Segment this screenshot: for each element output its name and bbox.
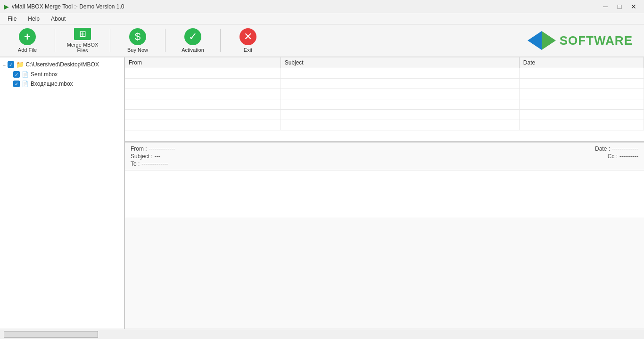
- buy-now-button[interactable]: $ Buy Now: [114, 26, 161, 55]
- logo-text-span: SOFTWARE: [560, 33, 633, 48]
- table-row[interactable]: [125, 99, 644, 110]
- child1-label: Sent.mbox: [31, 71, 58, 78]
- gem-left: [528, 31, 542, 50]
- child1-checkbox[interactable]: ✓: [13, 71, 20, 78]
- exit-label: Exit: [244, 47, 252, 53]
- child2-checkbox[interactable]: ✓: [13, 81, 20, 87]
- title-bar-controls: ─ □ ✕: [599, 1, 640, 12]
- email-meta: From : -------------- Date : -----------…: [125, 143, 644, 170]
- main-content: – ✓ 📁 C:\Users\ved\Desktop\MBOX ✓ 📄 Sent…: [0, 57, 644, 329]
- buy-label: Buy Now: [127, 47, 148, 53]
- activation-label: Activation: [182, 47, 204, 53]
- to-value: --------------: [141, 161, 168, 167]
- maximize-button[interactable]: □: [613, 1, 626, 12]
- email-list[interactable]: From Subject Date: [125, 57, 644, 142]
- col-header-date: Date: [519, 57, 644, 68]
- logo-gem: [528, 31, 556, 50]
- toolbar-separator-1: [55, 29, 55, 52]
- app-icon: ▶: [4, 3, 9, 10]
- toolbar-separator-2: [110, 29, 110, 52]
- from-label: From :: [131, 145, 147, 152]
- toolbar-separator-4: [220, 29, 221, 52]
- buy-icon: $: [129, 28, 146, 45]
- logo-area: SOFTWARE: [528, 31, 640, 50]
- toolbar: + Add File ⊞ Merge MBOX Files $ Buy Now …: [0, 24, 644, 57]
- meta-to-row: To : --------------: [131, 161, 380, 167]
- subject-label: Subject :: [131, 153, 153, 160]
- tree-root[interactable]: – ✓ 📁 C:\Users\ved\Desktop\MBOX: [0, 59, 124, 70]
- col-header-from: From: [125, 57, 281, 68]
- meta-cc-row: Cc : ----------: [389, 153, 639, 160]
- activation-button[interactable]: ✓ Activation: [169, 26, 216, 55]
- menu-file[interactable]: File: [2, 15, 22, 23]
- folder-icon: 📁: [16, 61, 24, 68]
- window-title: vMail MBOX Merge Tool :- Demo Version 1.…: [12, 3, 124, 10]
- date-value: --------------: [612, 145, 638, 152]
- menu-help[interactable]: Help: [22, 15, 45, 23]
- close-button[interactable]: ✕: [627, 1, 640, 12]
- menu-about[interactable]: About: [45, 15, 71, 23]
- meta-subject-row: Subject : ---: [131, 153, 380, 160]
- logo-text: SOFTWARE: [560, 33, 633, 48]
- email-body: [125, 170, 644, 218]
- add-file-button[interactable]: + Add File: [4, 26, 51, 55]
- meta-date-row: Date : --------------: [389, 145, 639, 152]
- table-row[interactable]: [125, 68, 644, 79]
- root-path-label: C:\Users\ved\Desktop\MBOX: [26, 61, 99, 68]
- gem-right: [542, 31, 556, 50]
- activation-icon: ✓: [184, 28, 201, 45]
- from-value: --------------: [149, 145, 175, 152]
- tree-child-1[interactable]: ✓ 📄 Sent.mbox: [0, 70, 124, 79]
- table-row[interactable]: [125, 79, 644, 89]
- left-panel: – ✓ 📁 C:\Users\ved\Desktop\MBOX ✓ 📄 Sent…: [0, 57, 125, 329]
- to-label: To :: [131, 161, 140, 167]
- tree-child-2[interactable]: ✓ 📄 Входящие.mbox: [0, 79, 124, 89]
- cc-label: Cc :: [608, 153, 618, 160]
- exit-button[interactable]: ✕ Exit: [224, 26, 272, 55]
- email-table: From Subject Date: [125, 57, 644, 130]
- table-row[interactable]: [125, 120, 644, 130]
- add-file-icon: +: [19, 28, 36, 45]
- menu-bar: File Help About: [0, 13, 644, 24]
- merge-icon: ⊞: [74, 28, 91, 40]
- file-icon-2: 📄: [22, 81, 29, 87]
- col-header-subject: Subject: [281, 57, 519, 68]
- table-row[interactable]: [125, 89, 644, 99]
- cc-value: ----------: [619, 153, 638, 160]
- expand-icon[interactable]: –: [3, 62, 6, 67]
- exit-icon: ✕: [239, 28, 256, 45]
- title-bar: ▶ vMail MBOX Merge Tool :- Demo Version …: [0, 0, 644, 13]
- subject-value: ---: [155, 153, 160, 160]
- file-icon-1: 📄: [22, 71, 29, 78]
- date-label: Date :: [595, 145, 610, 152]
- merge-label: Merge MBOX Files: [61, 42, 104, 53]
- minimize-button[interactable]: ─: [599, 1, 612, 12]
- toolbar-separator-3: [165, 29, 165, 52]
- root-checkbox[interactable]: ✓: [8, 61, 14, 68]
- email-preview: From : -------------- Date : -----------…: [125, 142, 644, 329]
- merge-mbox-button[interactable]: ⊞ Merge MBOX Files: [59, 26, 106, 55]
- add-file-label: Add File: [18, 47, 37, 53]
- status-bar: [0, 329, 644, 339]
- child2-label: Входящие.mbox: [31, 81, 73, 87]
- right-panel: From Subject Date From: [125, 57, 644, 329]
- status-progress-bar: [4, 331, 98, 338]
- meta-from-row: From : --------------: [131, 145, 380, 152]
- title-bar-left: ▶ vMail MBOX Merge Tool :- Demo Version …: [4, 3, 124, 10]
- table-row[interactable]: [125, 110, 644, 120]
